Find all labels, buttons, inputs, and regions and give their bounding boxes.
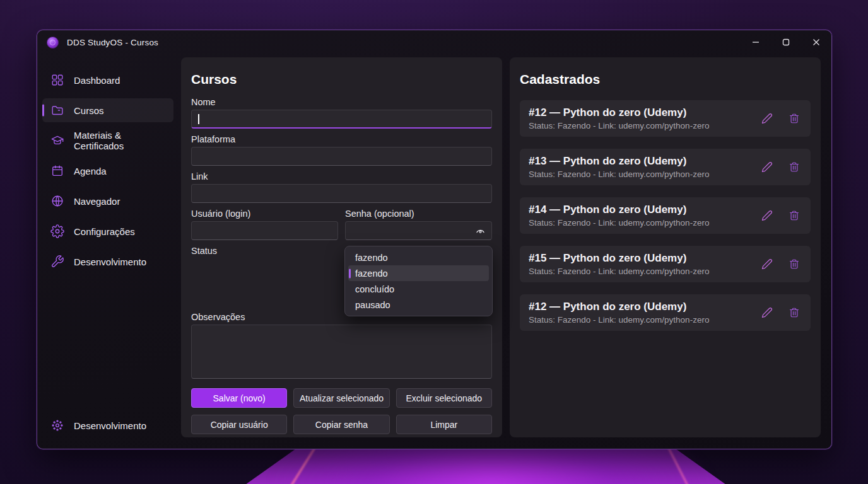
- course-card[interactable]: #13 — Python do zero (Udemy) Status: Faz…: [520, 149, 811, 185]
- sidebar-item-label: Navegador: [74, 196, 120, 207]
- save-new-button[interactable]: Salvar (novo): [191, 388, 287, 408]
- trash-icon: [789, 258, 800, 270]
- plataforma-label: Plataforma: [191, 134, 492, 145]
- sidebar-item-label: Cursos: [74, 105, 104, 116]
- window-body: Dashboard Cursos Materiais & Certificado…: [37, 54, 831, 449]
- update-selected-button[interactable]: Atualizar selecionado: [293, 388, 389, 408]
- maximize-button[interactable]: [771, 30, 801, 54]
- eye-icon: [475, 226, 486, 236]
- link-label: Link: [191, 171, 492, 182]
- edit-course-button[interactable]: [761, 209, 773, 222]
- clear-button[interactable]: Limpar: [396, 415, 492, 434]
- minimize-icon: [752, 38, 760, 46]
- sidebar-item-navegador[interactable]: Navegador: [42, 189, 173, 213]
- wrench-icon: [50, 255, 64, 268]
- form-title: Cursos: [191, 71, 492, 88]
- course-card[interactable]: #14 — Python do zero (Udemy) Status: Faz…: [520, 197, 811, 234]
- course-card[interactable]: #12 — Python do zero (Udemy) Status: Faz…: [520, 294, 811, 331]
- minimize-button[interactable]: [741, 30, 771, 54]
- close-icon: [812, 38, 820, 46]
- course-card[interactable]: #12 — Python do zero (Udemy) Status: Faz…: [520, 100, 811, 137]
- globe-icon: [50, 194, 64, 208]
- titlebar: DDS StudyOS - Cursos: [37, 30, 831, 54]
- sidebar-item-agenda[interactable]: Agenda: [42, 159, 173, 183]
- sidebar-item-desenvolvimento-footer[interactable]: Desenvolvimento: [42, 413, 173, 437]
- gear-dotted-icon: [50, 418, 64, 432]
- course-card-subtitle: Status: Fazendo - Link: udemy.com/python…: [529, 266, 753, 277]
- delete-course-button[interactable]: [788, 306, 801, 319]
- trash-icon: [789, 307, 800, 318]
- close-button[interactable]: [801, 30, 831, 54]
- delete-course-button[interactable]: [788, 161, 801, 173]
- window-controls: [741, 30, 831, 54]
- observacoes-textarea[interactable]: [191, 325, 492, 379]
- course-card-subtitle: Status: Fazendo - Link: udemy.com/python…: [529, 169, 753, 180]
- sidebar-item-label: Dashboard: [74, 75, 120, 86]
- sidebar-item-dashboard[interactable]: Dashboard: [42, 68, 173, 92]
- registered-panel: Cadastrados #12 — Python do zero (Udemy)…: [510, 57, 821, 437]
- form-actions: Salvar (novo)Atualizar selecionadoExclui…: [191, 388, 492, 434]
- plataforma-input[interactable]: [191, 147, 492, 166]
- trash-icon: [789, 161, 800, 173]
- sidebar-item-label: Desenvolvimento: [74, 256, 146, 267]
- status-block: Status fazendofazendoconcluídopausado: [191, 246, 492, 312]
- status-option[interactable]: fazendo: [348, 250, 489, 265]
- dashboard-grid-icon: [50, 73, 64, 87]
- gear-icon: [50, 224, 64, 238]
- usuario-input[interactable]: [191, 221, 338, 240]
- senha-label: Senha (opcional): [345, 209, 492, 219]
- graduation-cap-icon: [50, 134, 64, 147]
- status-option[interactable]: fazendo: [348, 265, 489, 281]
- course-card[interactable]: #15 — Python do zero (Udemy) Status: Faz…: [520, 246, 811, 282]
- status-option[interactable]: concluído: [348, 281, 489, 297]
- delete-course-button[interactable]: [788, 258, 801, 270]
- sidebar-item-label: Desenvolvimento: [74, 420, 146, 431]
- course-card-title: #12 — Python do zero (Udemy): [529, 106, 753, 119]
- sidebar-item-label: Agenda: [74, 166, 107, 176]
- edit-course-button[interactable]: [761, 306, 773, 319]
- edit-course-button[interactable]: [761, 161, 773, 173]
- course-card-title: #15 — Python do zero (Udemy): [529, 251, 753, 265]
- folder-icon: [50, 103, 64, 117]
- nome-label: Nome: [191, 97, 492, 108]
- password-reveal-button[interactable]: [472, 224, 488, 238]
- calendar-icon: [50, 164, 64, 178]
- pencil-icon: [761, 210, 773, 221]
- sidebar-item-materiais-certificados[interactable]: Materiais & Certificados: [42, 129, 173, 153]
- delete-selected-button[interactable]: Excluir selecionado: [396, 388, 492, 408]
- course-card-subtitle: Status: Fazendo - Link: udemy.com/python…: [529, 217, 753, 228]
- delete-course-button[interactable]: [788, 209, 801, 222]
- edit-course-button[interactable]: [761, 112, 773, 125]
- sidebar-nav: Dashboard Cursos Materiais & Certificado…: [42, 57, 173, 437]
- status-dropdown-popup: fazendofazendoconcluídopausado: [344, 246, 493, 316]
- pencil-icon: [761, 258, 773, 270]
- pencil-icon: [761, 113, 773, 124]
- sidebar-item-configuracoes[interactable]: Configurações: [42, 219, 173, 243]
- course-card-subtitle: Status: Fazendo - Link: udemy.com/python…: [529, 120, 753, 131]
- courses-form-panel: Cursos Nome Plataforma Link Usuário (log…: [181, 57, 502, 437]
- course-card-title: #14 — Python do zero (Udemy): [529, 203, 753, 216]
- course-card-title: #12 — Python do zero (Udemy): [529, 300, 753, 313]
- sidebar-item-cursos[interactable]: Cursos: [42, 98, 173, 122]
- pencil-icon: [761, 161, 773, 173]
- status-option[interactable]: pausado: [348, 297, 489, 313]
- trash-icon: [789, 210, 800, 221]
- app-window: DDS StudyOS - Cursos Dashboard Cursos Ma…: [37, 30, 832, 449]
- sidebar-item-label: Configurações: [74, 226, 135, 237]
- link-input[interactable]: [191, 184, 492, 203]
- senha-input[interactable]: [345, 221, 492, 240]
- usuario-label: Usuário (login): [191, 209, 338, 219]
- text-caret: [198, 114, 199, 124]
- delete-course-button[interactable]: [788, 112, 801, 125]
- window-title: DDS StudyOS - Cursos: [67, 38, 158, 47]
- course-card-subtitle: Status: Fazendo - Link: udemy.com/python…: [529, 314, 753, 325]
- sidebar-item-desenvolvimento[interactable]: Desenvolvimento: [42, 250, 173, 274]
- nome-input[interactable]: [191, 110, 492, 129]
- registered-title: Cadastrados: [520, 71, 811, 88]
- edit-course-button[interactable]: [761, 258, 773, 270]
- trash-icon: [789, 113, 800, 124]
- pencil-icon: [761, 307, 773, 318]
- copy-password-button[interactable]: Copiar senha: [293, 415, 389, 434]
- sidebar-item-label: Materiais & Certificados: [74, 130, 173, 151]
- copy-user-button[interactable]: Copiar usuário: [191, 415, 287, 434]
